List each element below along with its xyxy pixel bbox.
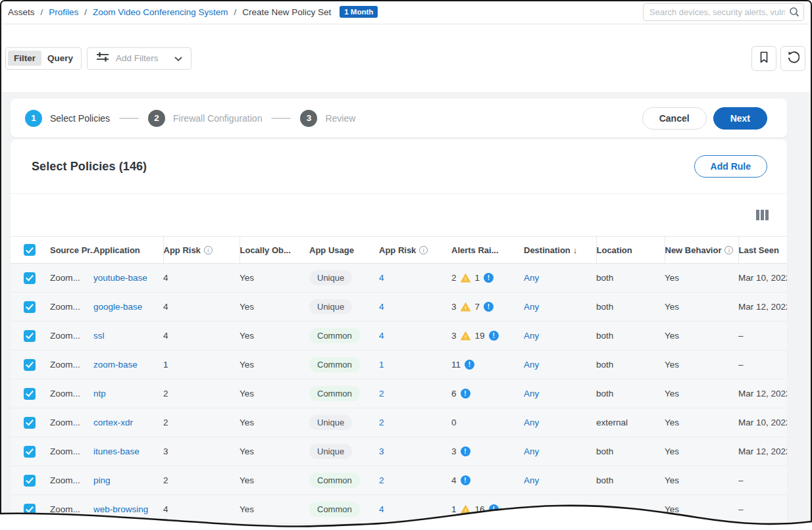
app-risk-link[interactable]: 2 — [379, 389, 384, 398]
row-checkbox[interactable] — [24, 272, 36, 284]
application-link[interactable]: zoom-base — [93, 360, 138, 370]
app-risk-link[interactable]: 1 — [379, 360, 384, 370]
destination-link[interactable]: Any — [524, 331, 539, 341]
destination-link[interactable]: Any — [524, 302, 539, 312]
column-settings-icon[interactable] — [756, 210, 769, 220]
cancel-button[interactable]: Cancel — [642, 107, 707, 130]
cell-location: both — [596, 495, 665, 524]
col-source-profile[interactable]: Source Pr.. — [50, 237, 93, 264]
row-checkbox[interactable] — [24, 301, 36, 313]
application-link[interactable]: web-browsing — [93, 504, 148, 514]
application-link[interactable]: cortex-xdr — [93, 418, 133, 427]
breadcrumb-profile-name[interactable]: Zoom Video Conferencing System — [93, 7, 228, 17]
app-risk-link[interactable]: 3 — [379, 446, 384, 456]
step-select-policies[interactable]: 1 Select Policies — [25, 110, 110, 127]
application-link[interactable]: google-base — [93, 302, 142, 312]
col-new-behavior[interactable]: New Behavior — [665, 237, 738, 264]
col-app-risk-1[interactable]: App Risk — [163, 237, 240, 264]
destination-link[interactable]: Any — [524, 504, 539, 514]
col-destination[interactable]: Destination — [524, 237, 596, 264]
col-application[interactable]: Application — [93, 237, 163, 264]
breadcrumb-assets[interactable]: Assets — [8, 7, 35, 17]
application-link[interactable]: ntp — [93, 389, 106, 398]
warning-icon — [461, 331, 471, 341]
table-row[interactable]: Zoom... itunes-base 3 Yes Unique 3 3 Any… — [11, 437, 787, 466]
cell-app-usage: Unique — [309, 293, 379, 322]
table-row[interactable]: Zoom... web-browsing 4 Yes Common 4 1 16… — [11, 495, 787, 524]
table-row[interactable]: Zoom... ssl 4 Yes Common 4 3 19 Any both… — [11, 322, 787, 350]
cell-source-profile: Zoom... — [50, 379, 93, 408]
step-review[interactable]: 3 Review — [300, 110, 355, 127]
bookmark-button[interactable] — [751, 46, 776, 71]
breadcrumb-profiles[interactable]: Profiles — [49, 7, 78, 17]
row-checkbox[interactable] — [24, 417, 36, 429]
step-firewall-configuration[interactable]: 2 Firewall Configuration — [148, 110, 262, 127]
cell-application: ntp — [93, 379, 163, 408]
search-input[interactable] — [643, 3, 804, 21]
cell-location: both — [596, 437, 665, 466]
cell-app-risk: 2 — [163, 466, 240, 495]
app-screen: Assets / Profiles / Zoom Video Conferenc… — [0, 0, 812, 530]
cell-destination: Any — [524, 322, 596, 350]
query-tab[interactable]: Query — [41, 51, 79, 66]
application-link[interactable]: ping — [93, 475, 111, 485]
cell-locally-observed: Yes — [240, 322, 309, 350]
info-icon[interactable] — [419, 246, 428, 254]
destination-link[interactable]: Any — [524, 360, 539, 370]
reset-button[interactable] — [780, 46, 805, 71]
row-checkbox[interactable] — [24, 388, 36, 400]
add-rule-button[interactable]: Add Rule — [694, 155, 767, 178]
col-alerts-raised[interactable]: Alerts Rai... — [451, 237, 524, 264]
app-risk-link[interactable]: 2 — [379, 475, 384, 485]
add-filters-dropdown[interactable]: Add Filters — [87, 47, 191, 70]
app-risk-link[interactable]: 4 — [379, 273, 384, 283]
table-row[interactable]: Zoom... cortex-xdr 2 Yes Unique 2 0 Any … — [11, 408, 787, 437]
cell-location: external — [596, 408, 665, 437]
cell-source-profile: Zoom... — [50, 350, 93, 379]
table-row[interactable]: Zoom... ping 2 Yes Common 2 4 Any both Y… — [11, 466, 787, 495]
row-checkbox[interactable] — [24, 475, 36, 487]
col-last-seen[interactable]: Last Seen — [738, 237, 787, 264]
cell-new-behavior: Yes — [665, 408, 738, 437]
app-risk-link[interactable]: 2 — [379, 418, 384, 427]
destination-link[interactable]: Any — [524, 446, 539, 456]
row-checkbox[interactable] — [24, 446, 36, 458]
application-link[interactable]: youtube-base — [93, 273, 147, 283]
cell-destination: Any — [524, 437, 596, 466]
table-row[interactable]: Zoom... zoom-base 1 Yes Common 1 11 Any … — [11, 350, 787, 379]
col-location[interactable]: Location — [596, 237, 665, 264]
destination-link[interactable]: Any — [524, 418, 539, 427]
col-app-usage[interactable]: App Usage — [309, 237, 379, 264]
application-link[interactable]: ssl — [93, 331, 105, 341]
row-checkbox[interactable] — [24, 504, 36, 516]
filter-tab[interactable]: Filter — [8, 51, 41, 66]
application-link[interactable]: itunes-base — [93, 446, 140, 456]
breadcrumb-separator: / — [41, 7, 43, 17]
table-row[interactable]: Zoom... youtube-base 4 Yes Unique 4 2 1 … — [11, 264, 787, 293]
col-locally-observed[interactable]: Locally Ob... — [240, 237, 309, 264]
destination-link[interactable]: Any — [524, 273, 539, 283]
cell-app-risk: 1 — [163, 350, 240, 379]
next-button[interactable]: Next — [713, 107, 767, 130]
row-checkbox[interactable] — [24, 330, 36, 342]
info-icon[interactable] — [204, 246, 213, 254]
sort-desc-icon[interactable] — [573, 245, 578, 255]
cell-app-risk: 4 — [163, 495, 240, 524]
select-all-checkbox[interactable] — [24, 244, 36, 256]
info-icon[interactable] — [724, 246, 733, 254]
destination-link[interactable]: Any — [524, 475, 539, 485]
app-risk-link[interactable]: 4 — [379, 504, 384, 514]
table-row[interactable]: Zoom... ntp 2 Yes Common 2 6 Any both Ye… — [11, 379, 787, 408]
time-range-badge[interactable]: 1 Month — [340, 6, 378, 18]
col-app-risk-2[interactable]: App Risk — [379, 237, 451, 264]
cell-application: youtube-base — [93, 264, 163, 293]
row-checkbox[interactable] — [24, 359, 36, 371]
cell-alerts-raised: 1 16 — [451, 495, 524, 524]
table-row[interactable]: Zoom... google-base 4 Yes Unique 4 3 7 A… — [11, 293, 787, 322]
cell-app-risk: 4 — [163, 293, 240, 322]
cell-location: both — [596, 466, 665, 495]
destination-link[interactable]: Any — [524, 389, 539, 398]
cell-app-risk: 3 — [163, 437, 240, 466]
app-risk-link[interactable]: 4 — [379, 331, 384, 341]
app-risk-link[interactable]: 4 — [379, 302, 384, 312]
